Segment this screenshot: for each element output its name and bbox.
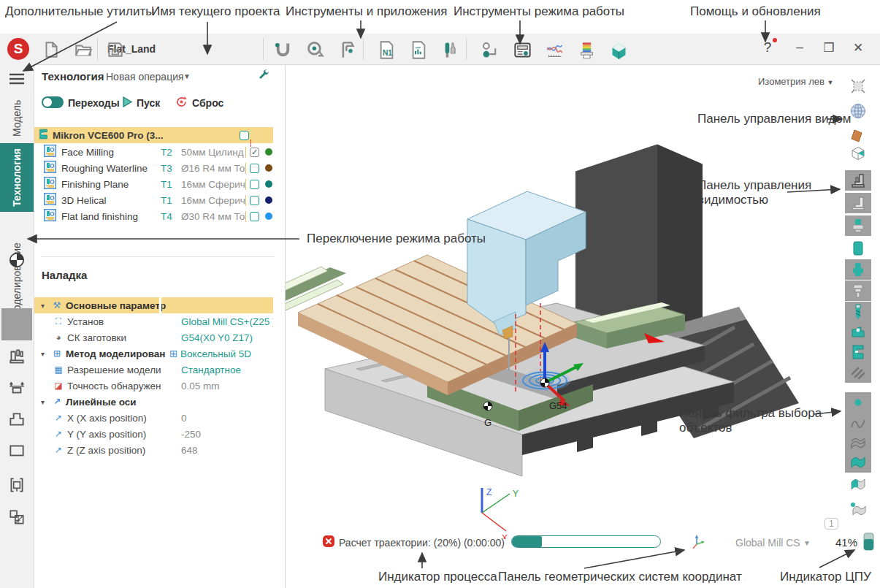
machine-teal-vis-icon[interactable] [845,342,871,362]
sidebar-machine-setup-icon[interactable] [7,346,27,367]
setup-value[interactable]: 0 [178,413,187,424]
magnet-icon[interactable] [272,39,294,60]
machine-tree-node[interactable]: Mikron VCE600 Pro (3... [34,127,273,143]
fixture-vis-icon[interactable] [845,322,871,343]
operation-row[interactable]: Face MillingT250мм Цилинд✓ [34,144,273,160]
operation-checkbox[interactable] [250,196,259,205]
tool-stack-icon[interactable] [575,39,597,60]
setup-value[interactable]: Global Mill CS+(Z25 ) [178,316,273,327]
reset-label[interactable]: Сброс [192,97,223,109]
setup-value[interactable]: 0.05 mm [178,381,220,392]
machine-vis-icon[interactable] [845,170,871,191]
workpiece-vis-icon[interactable] [845,215,871,236]
tape-measure-icon[interactable] [304,39,326,60]
operation-tool: T4 [161,211,181,222]
point-filter-icon[interactable] [845,392,871,413]
stock-box-icon[interactable] [608,39,630,60]
panel-title: Технология [42,70,104,83]
sidebar-clamp-icon[interactable] [7,475,27,495]
surfaces-filter-icon[interactable] [845,432,871,453]
flag-half-icon[interactable] [845,474,871,495]
operation-row[interactable]: 3D HelicalT116мм Сферич [34,192,273,208]
operation-checkbox[interactable] [250,164,259,173]
open-file-icon[interactable] [72,39,94,60]
world-axes-triad: Z Y X [482,487,519,539]
flag-dot-icon[interactable] [845,500,871,520]
minimize-button[interactable]: – [790,40,809,55]
control-panel-icon[interactable] [511,39,533,60]
setup-value[interactable]: G54(X0 Y0 Z17) [178,332,253,343]
setup-row[interactable]: ⛶УстановGlobal Mill CS+(Z25 ) [34,313,273,329]
run-icon[interactable] [121,96,134,111]
setup-row[interactable]: ◕СК заготовкиG54(X0 Y0 Z17) [34,329,273,345]
run-label[interactable]: Пуск [137,97,160,109]
operation-checkbox[interactable]: ✓ [250,148,259,157]
help-button[interactable]: ? [758,39,777,56]
chevron-down-icon[interactable]: ▾ [41,350,51,358]
operation-tool-desc: 16мм Сферич [181,195,246,206]
machine-checkbox[interactable] [240,131,249,140]
cs-selector[interactable]: Global Mill CS [735,537,800,549]
sidebar-press-icon[interactable] [7,409,27,429]
setup-row[interactable]: ▾↗Линейные оси [34,394,273,410]
chevron-down-icon[interactable]: ▼ [803,539,811,547]
setup-value[interactable]: -250 [178,429,201,440]
chevron-down-icon[interactable]: ▼ [183,72,191,80]
sidebar-workpiece-icon[interactable] [7,250,27,270]
drill-vis-icon[interactable] [845,302,871,322]
cylinder-vis-icon[interactable] [845,238,871,259]
setup-row[interactable]: ↗Y (Y axis position)-250 [34,426,273,442]
svg-text:N1: N1 [382,49,391,57]
tools-icon[interactable] [440,39,462,60]
gcode-doc-icon[interactable]: N1 [375,39,397,60]
workflow-icon[interactable] [479,39,501,60]
flag-filter-icon[interactable] [845,452,871,473]
cube-icon[interactable] [845,143,871,164]
flange-vis-icon[interactable] [845,259,871,280]
report-doc-icon[interactable] [408,39,429,60]
curve-filter-icon[interactable] [845,413,871,433]
setup-row[interactable]: ◪Точность обнаружен0.05 mm [34,378,273,394]
transitions-toggle[interactable] [42,96,64,108]
hamburger-menu-icon[interactable] [7,69,27,89]
tab-technology[interactable]: Технология [0,143,34,212]
hatch-vis-icon[interactable] [845,362,871,383]
sidebar-stock-icon[interactable] [7,440,27,461]
close-button[interactable]: ✕ [849,40,868,56]
operation-tool-desc: Ø16 R4 мм То [181,163,246,174]
operation-row[interactable]: Roughing WaterlineT3Ø16 R4 мм То [34,160,273,176]
maximize-button[interactable]: ❒ [819,40,838,56]
holder-vis-icon[interactable] [845,280,871,301]
chevron-down-icon[interactable]: ▾ [41,302,51,310]
machine2-vis-icon[interactable] [845,193,871,213]
operation-tool: T2 [161,147,181,158]
operation-checkbox[interactable] [250,180,259,189]
cancel-icon[interactable] [322,535,335,551]
operation-row[interactable]: Flat land finishingT4Ø30 R4 мм То [34,208,273,224]
chevron-down-icon[interactable]: ▾ [41,398,51,406]
new-file-icon[interactable] [40,39,62,60]
reset-icon[interactable] [175,96,188,111]
setup-value[interactable]: Стандартное [178,364,241,375]
caliper-icon[interactable] [336,39,358,60]
sidebar-collision-icon[interactable] [7,507,27,527]
graphs-icon[interactable] [543,39,565,60]
setup-value[interactable]: ⊞ Воксельный 5D [167,348,251,359]
new-operation-dropdown[interactable]: Новая операция [106,71,184,83]
cs-triad-icon[interactable] [690,534,706,553]
setup-value[interactable]: 648 [178,445,198,456]
setup-row[interactable]: ▦Разрешение моделиСтандартное [34,362,273,378]
setup-row[interactable]: ▾⚒Основные параметр [34,297,273,313]
setup-label: Основные параметр [66,300,166,311]
setup-row[interactable]: ▾⊞Метод моделирован⊞ Воксельный 5D [34,345,273,362]
operation-row[interactable]: Finishing PlaneT116мм Сферич [34,176,273,192]
tab-model[interactable]: Модель [0,93,34,143]
fit-view-icon[interactable] [845,76,871,96]
setup-row[interactable]: ↗X (X axis position)0 [34,410,273,426]
save-file-icon[interactable] [104,39,126,60]
sidebar-fixture-icon[interactable] [7,378,27,398]
setup-row[interactable]: ↗Z (Z axis position)648 [34,442,273,458]
wrench-icon[interactable] [257,68,270,84]
annotation-filter: Панель фильтра выбора объектов [679,406,822,435]
operation-checkbox[interactable] [250,212,259,221]
